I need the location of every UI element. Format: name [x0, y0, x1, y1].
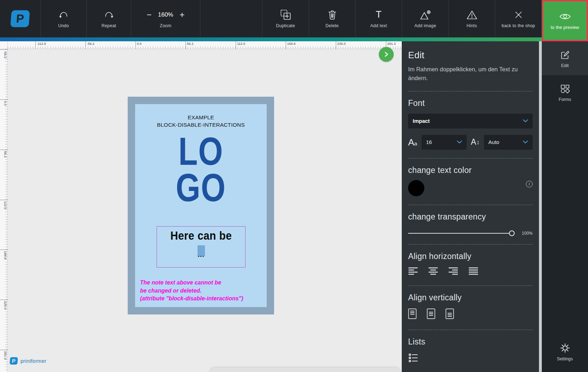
- chevron-down-icon: [457, 140, 462, 144]
- line-height-dropdown[interactable]: Auto: [484, 135, 533, 150]
- poster-heading-line2: BLOCK-DISABLE-INTERACTIONS: [135, 121, 267, 129]
- logo-letter: P: [16, 12, 25, 25]
- add-text-label: Add text: [370, 23, 387, 28]
- font-size-value: 16: [426, 139, 432, 145]
- bullet-list-button[interactable]: [408, 353, 419, 363]
- align-right-button[interactable]: [448, 267, 458, 275]
- accent-gradient-bar: [0, 37, 588, 41]
- transparency-slider-track[interactable]: [408, 233, 514, 234]
- duplicate-button[interactable]: Duplicate: [262, 0, 309, 37]
- add-image-label: Add image: [414, 23, 436, 28]
- add-text-button[interactable]: T Add text: [356, 0, 402, 37]
- printformer-mini-logo-icon: P: [10, 357, 18, 365]
- ruler-v-label: 56.2: [0, 150, 8, 158]
- mini-logo-letter: P: [12, 358, 16, 364]
- sidebar-forms-label: Forms: [559, 97, 571, 102]
- ruler-v-label: 225.0: [0, 300, 8, 310]
- ruler-v-label: 0.0: [0, 100, 8, 106]
- align-horizontal-row: [408, 267, 533, 275]
- zoom-label: Zoom: [160, 23, 171, 28]
- text-cursor-block[interactable]: ...: [198, 245, 205, 256]
- undo-button[interactable]: Undo: [41, 0, 87, 37]
- to-preview-label: to the preview: [551, 25, 579, 30]
- font-size-row: Aa 16 A ↕ Auto: [408, 135, 533, 150]
- align-bottom-button[interactable]: [445, 308, 454, 319]
- duplicate-icon: [280, 10, 291, 20]
- panel-scrollbar[interactable]: [539, 41, 542, 372]
- poster-artboard[interactable]: EXAMPLE BLOCK-DISABLE-INTERACTIONS LO GO…: [128, 97, 274, 314]
- color-swatch-black[interactable]: [408, 180, 424, 196]
- panel-collapse-button[interactable]: [379, 47, 394, 62]
- ruler-corner: [0, 41, 8, 49]
- add-image-button[interactable]: Add image: [402, 0, 449, 37]
- transparency-slider-row: 100%: [408, 231, 533, 236]
- repeat-button[interactable]: Repeat: [87, 0, 131, 37]
- transparency-slider-handle[interactable]: [509, 230, 515, 236]
- hints-label: Hints: [467, 23, 477, 28]
- ruler-h-label: -112.5: [35, 41, 46, 49]
- align-middle-button[interactable]: [427, 308, 435, 319]
- logo-line2: GO: [148, 169, 253, 206]
- ruler-h-label: -56.2: [85, 41, 95, 49]
- align-justify-button[interactable]: [468, 267, 478, 275]
- zoom-out-button[interactable]: −: [147, 11, 152, 19]
- undo-label: Undo: [58, 23, 69, 28]
- line-height-arrow: ↕: [477, 139, 480, 146]
- zoom-value: 160%: [158, 11, 173, 18]
- back-to-shop-label: back to the shop: [502, 23, 535, 28]
- divider: [408, 244, 533, 245]
- app-logo[interactable]: P: [0, 0, 41, 37]
- ruler-h-label: 225.0: [336, 41, 346, 49]
- note-line2: be changed or deleted.: [140, 287, 243, 295]
- printformer-logo-icon: P: [10, 10, 30, 27]
- hints-button[interactable]: Hints: [449, 0, 495, 37]
- poster-heading-line1: EXAMPLE: [135, 114, 267, 121]
- divider: [408, 330, 533, 330]
- back-to-shop-button[interactable]: back to the shop: [495, 0, 542, 37]
- ruler-v-label: 281.3: [0, 350, 8, 360]
- ruler-h-label: 168.8: [286, 41, 296, 49]
- align-center-button[interactable]: [428, 267, 438, 275]
- delete-button[interactable]: Delete: [309, 0, 356, 37]
- poster-page[interactable]: EXAMPLE BLOCK-DISABLE-INTERACTIONS LO GO…: [135, 104, 267, 307]
- transparency-section-title: change transparency: [408, 212, 533, 222]
- shapes-icon: [560, 84, 570, 94]
- sidebar-edit-label: Edit: [561, 63, 569, 68]
- zoom-in-button[interactable]: +: [180, 11, 184, 19]
- divider: [408, 91, 533, 91]
- note-line3: (attribute "block-disable-interactions"): [140, 295, 243, 303]
- align-left-button[interactable]: [408, 267, 418, 275]
- sidebar-item-settings[interactable]: Settings: [542, 334, 588, 368]
- poster-logo-text[interactable]: LO GO: [148, 133, 253, 206]
- ruler-h-label: 0.0: [135, 41, 141, 49]
- align-vertical-row: [408, 308, 533, 319]
- sidebar-settings-label: Settings: [557, 356, 573, 361]
- sidebar-item-edit[interactable]: Edit: [542, 41, 588, 75]
- trash-icon: [328, 10, 337, 20]
- align-vertical-section-title: Align vertically: [408, 293, 533, 302]
- line-height-letter: A: [471, 138, 476, 146]
- font-family-dropdown[interactable]: Impact: [408, 114, 533, 128]
- editable-text[interactable]: Here can be: [170, 229, 232, 242]
- image-icon: [419, 10, 431, 20]
- sidebar-item-forms[interactable]: Forms: [542, 75, 588, 109]
- divider: [408, 158, 533, 158]
- ruler-h-label: 112.5: [236, 41, 245, 49]
- bottom-sheet-peek[interactable]: [210, 368, 400, 372]
- selected-text-frame[interactable]: Here can be ...: [157, 226, 245, 268]
- font-size-icon: Aa: [408, 138, 417, 147]
- logo-line1: LO: [148, 133, 253, 169]
- poster-heading: EXAMPLE BLOCK-DISABLE-INTERACTIONS: [135, 114, 267, 129]
- info-icon[interactable]: i: [526, 181, 533, 187]
- chevron-down-icon: [523, 119, 528, 122]
- font-size-dropdown[interactable]: 16: [422, 135, 467, 150]
- brand-wordmark: printformer: [20, 358, 46, 364]
- delete-label: Delete: [326, 23, 339, 28]
- line-height-icon: A ↕: [471, 138, 480, 146]
- align-top-button[interactable]: [408, 308, 417, 319]
- undo-icon: [58, 10, 69, 20]
- duplicate-label: Duplicate: [276, 23, 295, 28]
- to-preview-button[interactable]: to the preview: [542, 0, 588, 41]
- design-canvas[interactable]: EXAMPLE BLOCK-DISABLE-INTERACTIONS LO GO…: [8, 49, 402, 372]
- toolbar: P Undo Repeat − 160% + Zoom Duplicate De…: [0, 0, 588, 37]
